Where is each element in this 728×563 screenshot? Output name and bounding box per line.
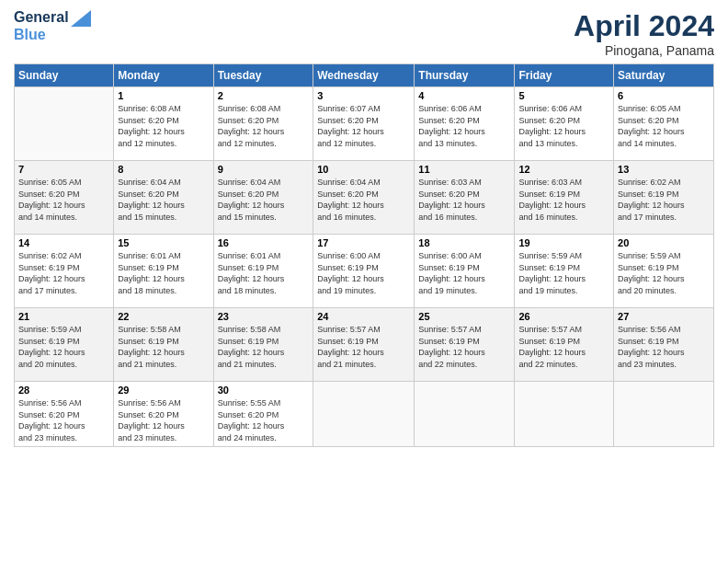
svg-marker-0: [71, 10, 91, 27]
calendar-cell: 12Sunrise: 6:03 AM Sunset: 6:19 PM Dayli…: [515, 161, 614, 235]
calendar-header: Sunday Monday Tuesday Wednesday Thursday…: [15, 64, 714, 87]
day-info: Sunrise: 6:06 AM Sunset: 6:20 PM Dayligh…: [518, 103, 609, 149]
calendar-cell: [614, 382, 714, 447]
day-info: Sunrise: 6:04 AM Sunset: 6:20 PM Dayligh…: [118, 177, 209, 223]
day-number: 11: [418, 164, 510, 175]
col-saturday: Saturday: [614, 64, 714, 87]
header-row: Sunday Monday Tuesday Wednesday Thursday…: [15, 64, 714, 87]
calendar-cell: 7Sunrise: 6:05 AM Sunset: 6:20 PM Daylig…: [15, 161, 114, 235]
day-number: 6: [618, 90, 710, 101]
calendar-week-row: 21Sunrise: 5:59 AM Sunset: 6:19 PM Dayli…: [15, 308, 714, 382]
header: General Blue April 2024 Pinogana, Panama: [14, 9, 714, 58]
day-info: Sunrise: 5:58 AM Sunset: 6:19 PM Dayligh…: [118, 324, 209, 370]
calendar-cell: 22Sunrise: 5:58 AM Sunset: 6:19 PM Dayli…: [114, 308, 213, 382]
day-number: 9: [218, 164, 310, 175]
day-info: Sunrise: 6:03 AM Sunset: 6:20 PM Dayligh…: [418, 177, 510, 223]
day-info: Sunrise: 5:59 AM Sunset: 6:19 PM Dayligh…: [618, 250, 710, 296]
calendar-week-row: 7Sunrise: 6:05 AM Sunset: 6:20 PM Daylig…: [15, 161, 714, 235]
day-info: Sunrise: 6:04 AM Sunset: 6:20 PM Dayligh…: [218, 177, 310, 223]
calendar-cell: 21Sunrise: 5:59 AM Sunset: 6:19 PM Dayli…: [15, 308, 114, 382]
calendar-cell: 2Sunrise: 6:08 AM Sunset: 6:20 PM Daylig…: [213, 87, 313, 161]
day-info: Sunrise: 6:05 AM Sunset: 6:20 PM Dayligh…: [18, 177, 109, 223]
col-tuesday: Tuesday: [213, 64, 313, 87]
day-number: 17: [317, 237, 410, 248]
day-info: Sunrise: 5:59 AM Sunset: 6:19 PM Dayligh…: [518, 250, 609, 296]
calendar-cell: [15, 87, 114, 161]
calendar-cell: 11Sunrise: 6:03 AM Sunset: 6:20 PM Dayli…: [415, 161, 515, 235]
calendar-cell: 25Sunrise: 5:57 AM Sunset: 6:19 PM Dayli…: [415, 308, 515, 382]
calendar-cell: 15Sunrise: 6:01 AM Sunset: 6:19 PM Dayli…: [114, 235, 213, 308]
calendar-cell: [515, 382, 614, 447]
calendar-cell: 29Sunrise: 5:56 AM Sunset: 6:20 PM Dayli…: [114, 382, 213, 447]
calendar-table: Sunday Monday Tuesday Wednesday Thursday…: [14, 63, 714, 447]
day-info: Sunrise: 5:56 AM Sunset: 6:20 PM Dayligh…: [18, 397, 109, 443]
day-number: 22: [118, 311, 209, 322]
calendar-cell: 8Sunrise: 6:04 AM Sunset: 6:20 PM Daylig…: [114, 161, 213, 235]
day-info: Sunrise: 6:01 AM Sunset: 6:19 PM Dayligh…: [118, 250, 209, 296]
day-info: Sunrise: 6:03 AM Sunset: 6:19 PM Dayligh…: [518, 177, 609, 223]
calendar-cell: 18Sunrise: 6:00 AM Sunset: 6:19 PM Dayli…: [415, 235, 515, 308]
logo-icon: [71, 10, 91, 27]
day-number: 18: [418, 237, 510, 248]
day-number: 1: [118, 90, 209, 101]
day-info: Sunrise: 5:56 AM Sunset: 6:19 PM Dayligh…: [618, 324, 710, 370]
calendar-cell: 17Sunrise: 6:00 AM Sunset: 6:19 PM Dayli…: [313, 235, 415, 308]
day-number: 2: [218, 90, 310, 101]
calendar-week-row: 28Sunrise: 5:56 AM Sunset: 6:20 PM Dayli…: [15, 382, 714, 447]
day-info: Sunrise: 6:08 AM Sunset: 6:20 PM Dayligh…: [118, 103, 209, 149]
day-number: 3: [317, 90, 410, 101]
col-monday: Monday: [114, 64, 213, 87]
calendar-cell: 14Sunrise: 6:02 AM Sunset: 6:19 PM Dayli…: [15, 235, 114, 308]
day-number: 13: [618, 164, 710, 175]
page: General Blue April 2024 Pinogana, Panama…: [0, 0, 728, 563]
location-subtitle: Pinogana, Panama: [574, 43, 714, 58]
day-number: 20: [618, 237, 710, 248]
calendar-cell: 5Sunrise: 6:06 AM Sunset: 6:20 PM Daylig…: [515, 87, 614, 161]
calendar-cell: 26Sunrise: 5:57 AM Sunset: 6:19 PM Dayli…: [515, 308, 614, 382]
day-number: 5: [518, 90, 609, 101]
day-info: Sunrise: 6:00 AM Sunset: 6:19 PM Dayligh…: [418, 250, 510, 296]
logo: General Blue: [14, 9, 91, 42]
logo-text: General: [14, 9, 91, 27]
day-number: 21: [18, 311, 109, 322]
day-number: 26: [518, 311, 609, 322]
calendar-week-row: 14Sunrise: 6:02 AM Sunset: 6:19 PM Dayli…: [15, 235, 714, 308]
day-info: Sunrise: 5:57 AM Sunset: 6:19 PM Dayligh…: [317, 324, 410, 370]
logo-blue: Blue: [14, 27, 91, 43]
day-number: 7: [18, 164, 109, 175]
day-info: Sunrise: 6:02 AM Sunset: 6:19 PM Dayligh…: [18, 250, 109, 296]
calendar-cell: 19Sunrise: 5:59 AM Sunset: 6:19 PM Dayli…: [515, 235, 614, 308]
day-number: 12: [518, 164, 609, 175]
day-number: 27: [618, 311, 710, 322]
day-number: 15: [118, 237, 209, 248]
day-number: 14: [18, 237, 109, 248]
day-number: 19: [518, 237, 609, 248]
calendar-cell: 13Sunrise: 6:02 AM Sunset: 6:19 PM Dayli…: [614, 161, 714, 235]
col-thursday: Thursday: [415, 64, 515, 87]
day-number: 8: [118, 164, 209, 175]
calendar-cell: 4Sunrise: 6:06 AM Sunset: 6:20 PM Daylig…: [415, 87, 515, 161]
day-info: Sunrise: 6:02 AM Sunset: 6:19 PM Dayligh…: [618, 177, 710, 223]
calendar-week-row: 1Sunrise: 6:08 AM Sunset: 6:20 PM Daylig…: [15, 87, 714, 161]
calendar-cell: 27Sunrise: 5:56 AM Sunset: 6:19 PM Dayli…: [614, 308, 714, 382]
day-number: 10: [317, 164, 410, 175]
calendar-cell: 9Sunrise: 6:04 AM Sunset: 6:20 PM Daylig…: [213, 161, 313, 235]
calendar-cell: 16Sunrise: 6:01 AM Sunset: 6:19 PM Dayli…: [213, 235, 313, 308]
day-info: Sunrise: 5:58 AM Sunset: 6:19 PM Dayligh…: [218, 324, 310, 370]
calendar-cell: 6Sunrise: 6:05 AM Sunset: 6:20 PM Daylig…: [614, 87, 714, 161]
day-info: Sunrise: 6:00 AM Sunset: 6:19 PM Dayligh…: [317, 250, 410, 296]
day-number: 24: [317, 311, 410, 322]
day-number: 28: [18, 385, 109, 396]
calendar-body: 1Sunrise: 6:08 AM Sunset: 6:20 PM Daylig…: [15, 87, 714, 447]
day-info: Sunrise: 6:08 AM Sunset: 6:20 PM Dayligh…: [218, 103, 310, 149]
day-number: 25: [418, 311, 510, 322]
calendar-cell: [415, 382, 515, 447]
day-info: Sunrise: 6:01 AM Sunset: 6:19 PM Dayligh…: [218, 250, 310, 296]
calendar-cell: [313, 382, 415, 447]
day-info: Sunrise: 5:55 AM Sunset: 6:20 PM Dayligh…: [218, 397, 310, 443]
day-info: Sunrise: 5:57 AM Sunset: 6:19 PM Dayligh…: [418, 324, 510, 370]
day-info: Sunrise: 6:06 AM Sunset: 6:20 PM Dayligh…: [418, 103, 510, 149]
day-number: 16: [218, 237, 310, 248]
day-info: Sunrise: 5:57 AM Sunset: 6:19 PM Dayligh…: [518, 324, 609, 370]
day-number: 29: [118, 385, 209, 396]
